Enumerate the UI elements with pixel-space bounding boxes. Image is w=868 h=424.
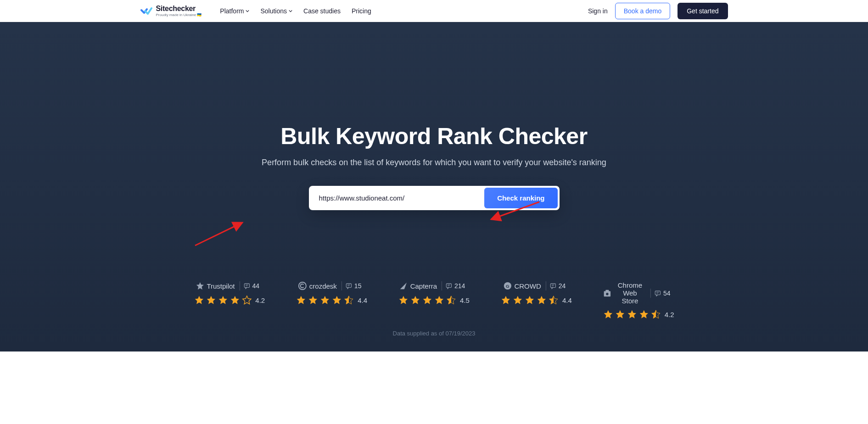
review-stars: 4.2 xyxy=(194,295,265,305)
main-nav: PlatformSolutionsCase studiesPricing xyxy=(220,7,371,15)
header-left: Sitechecker Proudly made in Ukraine 🇺🇦 P… xyxy=(140,5,371,17)
rating-value: 4.5 xyxy=(460,296,470,304)
review-block-trustpilot[interactable]: Trustpilot444.2 xyxy=(194,281,265,305)
nav-label: Case studies xyxy=(303,7,341,15)
review-brand: crozdesk xyxy=(298,282,337,290)
review-count: 54 xyxy=(650,289,674,298)
star-full-icon xyxy=(206,295,216,305)
page-title: Bulk Keyword Rank Checker xyxy=(0,123,868,150)
star-full-icon xyxy=(513,295,523,305)
star-full-icon xyxy=(422,295,432,305)
review-brand: Capterra xyxy=(399,282,437,290)
brand-label: Trustpilot xyxy=(207,282,235,290)
nav-item-pricing[interactable]: Pricing xyxy=(352,7,371,15)
star-full-icon xyxy=(332,295,342,305)
review-count-num: 24 xyxy=(559,282,566,290)
star-full-icon xyxy=(320,295,330,305)
star-half-icon xyxy=(651,309,661,319)
review-block-crowd[interactable]: GCROWD244.4 xyxy=(501,281,572,305)
nav-item-solutions[interactable]: Solutions xyxy=(260,7,292,15)
star-full-icon xyxy=(501,295,511,305)
star-full-icon xyxy=(218,295,228,305)
review-count-num: 54 xyxy=(663,290,671,297)
logo-subtitle: Proudly made in Ukraine 🇺🇦 xyxy=(156,13,202,17)
comment-icon xyxy=(346,283,352,289)
review-brand: Chrome Web Store xyxy=(603,281,646,305)
star-full-icon xyxy=(230,295,240,305)
rating-value: 4.4 xyxy=(562,296,572,304)
rating-value: 4.4 xyxy=(358,296,367,304)
review-block-chrome-web-store[interactable]: Chrome Web Store544.2 xyxy=(603,281,674,319)
review-top: Capterra214 xyxy=(399,281,469,290)
chevron-down-icon xyxy=(289,9,292,13)
brand-label: Capterra xyxy=(410,282,437,290)
review-block-crozdesk[interactable]: crozdesk154.4 xyxy=(296,281,367,305)
brand-label: Chrome Web Store xyxy=(614,281,646,305)
header-inner: Sitechecker Proudly made in Ukraine 🇺🇦 P… xyxy=(140,3,728,19)
star-full-icon xyxy=(296,295,306,305)
review-stars: 4.4 xyxy=(501,295,572,305)
svg-rect-6 xyxy=(346,284,351,287)
comment-icon xyxy=(655,290,661,296)
get-started-button[interactable]: Get started xyxy=(678,3,728,19)
review-count-num: 214 xyxy=(454,282,465,290)
review-stars: 4.5 xyxy=(398,295,470,305)
svg-text:G: G xyxy=(506,284,510,289)
svg-rect-14 xyxy=(550,284,555,287)
review-brand: Trustpilot xyxy=(196,282,235,290)
review-count: 15 xyxy=(342,281,365,290)
chevron-down-icon xyxy=(246,9,249,13)
comment-icon xyxy=(446,283,452,289)
page-subtitle: Perform bulk checks on the list of keywo… xyxy=(0,158,868,167)
svg-rect-18 xyxy=(605,290,609,291)
star-full-icon xyxy=(627,309,637,319)
data-supplied-note: Data supplied as of 07/19/2023 xyxy=(393,330,476,337)
crozdesk-icon xyxy=(298,282,307,290)
crowd-icon: G xyxy=(503,282,511,290)
star-empty-icon xyxy=(241,295,252,305)
svg-line-1 xyxy=(491,202,539,219)
brand-label: CROWD xyxy=(514,282,541,290)
star-full-icon xyxy=(410,295,420,305)
star-full-icon xyxy=(537,295,547,305)
review-count: 214 xyxy=(442,281,469,290)
nav-label: Platform xyxy=(220,7,244,15)
svg-rect-20 xyxy=(655,291,660,295)
review-top: Chrome Web Store54 xyxy=(603,281,674,305)
star-half-icon xyxy=(344,295,354,305)
nav-label: Solutions xyxy=(260,7,287,15)
review-count: 44 xyxy=(240,281,263,290)
star-full-icon xyxy=(308,295,318,305)
trustpilot-icon xyxy=(196,282,204,290)
capterra-icon xyxy=(399,282,408,290)
star-full-icon xyxy=(434,295,444,305)
logo[interactable]: Sitechecker Proudly made in Ukraine 🇺🇦 xyxy=(140,5,202,17)
nav-label: Pricing xyxy=(352,7,371,15)
review-top: Trustpilot44 xyxy=(196,281,263,290)
review-count-num: 44 xyxy=(252,282,260,290)
review-block-capterra[interactable]: Capterra2144.5 xyxy=(398,281,470,305)
star-full-icon xyxy=(525,295,535,305)
star-full-icon xyxy=(639,309,649,319)
signin-link[interactable]: Sign in xyxy=(588,7,608,15)
chrome-web-store-icon xyxy=(603,289,611,297)
review-count-num: 15 xyxy=(354,282,362,290)
nav-item-platform[interactable]: Platform xyxy=(220,7,249,15)
comment-icon xyxy=(244,283,250,289)
brand-label: crozdesk xyxy=(309,282,337,290)
star-full-icon xyxy=(603,309,613,319)
hero-section: Bulk Keyword Rank Checker Perform bulk c… xyxy=(0,22,868,351)
star-full-icon xyxy=(194,295,204,305)
nav-item-case-studies[interactable]: Case studies xyxy=(303,7,341,15)
svg-point-5 xyxy=(299,282,306,290)
svg-rect-9 xyxy=(446,284,451,287)
logo-icon xyxy=(140,6,152,16)
rating-value: 4.2 xyxy=(665,311,674,318)
svg-line-0 xyxy=(195,223,242,245)
review-top: GCROWD24 xyxy=(503,281,569,290)
review-top: crozdesk15 xyxy=(298,281,365,290)
reviews-row: Trustpilot444.2crozdesk154.4Capterra2144… xyxy=(194,281,674,319)
book-demo-button[interactable]: Book a demo xyxy=(615,3,671,19)
logo-text: Sitechecker Proudly made in Ukraine 🇺🇦 xyxy=(156,5,202,17)
url-input[interactable] xyxy=(311,188,483,208)
